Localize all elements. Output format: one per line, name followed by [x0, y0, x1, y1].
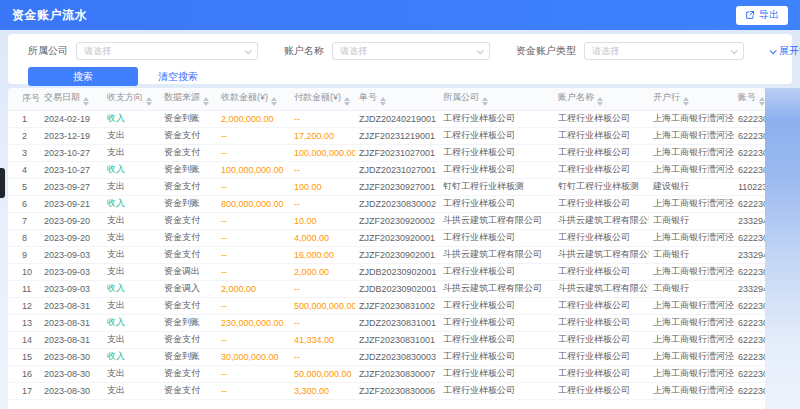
cell-seq: 1	[8, 110, 40, 127]
cell-account-no: 622230111	[734, 263, 765, 280]
table-row: 152023-08-30收入资金到账30,000,000.00--ZJDZ202…	[8, 348, 765, 365]
column-header-label: 开户行	[653, 92, 680, 102]
column-header[interactable]: 开户行	[649, 88, 734, 110]
account-type-filter-label: 资金账户类型	[516, 44, 576, 58]
cell-date: 2023-09-20	[40, 212, 103, 229]
cell-seq: 7	[8, 212, 40, 229]
cell-bank: 上海工商银行漕河泾支行	[649, 263, 734, 280]
sort-icon	[146, 97, 152, 106]
cell-income-amount: 100,000,000.00	[217, 161, 290, 178]
cell-account-name: 工程行业样板公司	[554, 229, 649, 246]
table-row: 92023-09-03支出资金支付--16,000.00ZJZF20230902…	[8, 246, 765, 263]
cell-order-no: ZJZF20231027001	[355, 144, 439, 161]
column-header[interactable]: 交易日期	[40, 88, 103, 110]
cell-seq: 16	[8, 365, 40, 382]
column-header[interactable]: 单号	[355, 88, 439, 110]
cell-company: 工程行业样板公司	[439, 382, 554, 399]
cell-company: 工程行业样板公司	[439, 195, 554, 212]
cell-date: 2023-09-27	[40, 178, 103, 195]
table-row: 132023-08-31收入资金到账230,000,000.00--ZJDZ20…	[8, 314, 765, 331]
column-header[interactable]: 账号	[734, 88, 765, 110]
cell-payment-amount: 100.00	[290, 178, 355, 195]
table-row: 32023-10-27支出资金支付--100,000,000.00ZJZF202…	[8, 144, 765, 161]
table-row: 162023-08-30支出资金支付--50,000,000.00ZJZF202…	[8, 365, 765, 382]
cell-company: 工程行业样板公司	[439, 297, 554, 314]
column-header[interactable]: 付款金额(¥)	[290, 88, 355, 110]
cell-payment-amount: 17,200.00	[290, 127, 355, 144]
background-gradient-strip	[765, 88, 800, 409]
filter-panel: 所属公司 请选择 账户名称 请选择 资金账户类型 请选择 展开筛选 搜索	[8, 34, 792, 84]
cell-date: 2023-08-31	[40, 331, 103, 348]
cell-direction: 收入	[103, 280, 160, 297]
cell-account-no: 622230111	[734, 314, 765, 331]
cell-order-no: ZJZF20230902001	[355, 246, 439, 263]
cell-seq: 5	[8, 178, 40, 195]
cell-income-amount: 800,000,000.00	[217, 195, 290, 212]
cell-account-name: 工程行业样板公司	[554, 297, 649, 314]
cell-income-amount: --	[217, 331, 290, 348]
cell-company: 工程行业样板公司	[439, 365, 554, 382]
cell-order-no: ZJDB20230902001	[355, 280, 439, 297]
column-header[interactable]: 收支方向	[103, 88, 160, 110]
cell-bank: 上海工商银行漕河泾支行	[649, 331, 734, 348]
cell-income-amount: --	[217, 297, 290, 314]
account-type-select[interactable]: 请选择	[584, 42, 744, 60]
cell-account-name: 工程行业样板公司	[554, 382, 649, 399]
cell-account-name: 斗拱云建筑工程有限公司	[554, 246, 649, 263]
column-header[interactable]: 收款金额(¥)	[217, 88, 290, 110]
cell-seq: 15	[8, 348, 40, 365]
table-header-row: 序号交易日期收支方向数据来源收款金额(¥)付款金额(¥)单号所属公司账户名称开户…	[8, 88, 765, 110]
cell-payment-amount: 16,000.00	[290, 246, 355, 263]
cell-direction: 收入	[103, 195, 160, 212]
column-header[interactable]: 数据来源	[160, 88, 217, 110]
cell-source: 资金支付	[160, 212, 217, 229]
cell-source: 资金调入	[160, 280, 217, 297]
clear-search-button[interactable]: 清空搜索	[158, 70, 198, 84]
sort-icon	[83, 97, 89, 106]
column-header[interactable]: 账户名称	[554, 88, 649, 110]
cell-company: 工程行业样板公司	[439, 348, 554, 365]
cell-company: 斗拱云建筑工程有限公司	[439, 280, 554, 297]
cell-direction: 收入	[103, 110, 160, 127]
chevron-down-icon	[731, 47, 738, 54]
cell-order-no: ZJZF20230920001	[355, 229, 439, 246]
cell-account-name: 工程行业样板公司	[554, 127, 649, 144]
column-header-label: 收支方向	[107, 92, 143, 102]
sort-icon	[597, 97, 603, 106]
cell-date: 2023-09-03	[40, 246, 103, 263]
cell-company: 工程行业样板公司	[439, 229, 554, 246]
cell-seq: 3	[8, 144, 40, 161]
cell-bank: 上海工商银行漕河泾支行	[649, 365, 734, 382]
column-header[interactable]: 所属公司	[439, 88, 554, 110]
sort-icon	[344, 97, 350, 106]
column-header-label: 序号	[22, 93, 40, 103]
sort-icon	[683, 97, 689, 106]
cell-account-name: 工程行业样板公司	[554, 161, 649, 178]
expand-filters-link[interactable]: 展开筛选	[770, 44, 800, 58]
filter-row: 所属公司 请选择 账户名称 请选择 资金账户类型 请选择 展开筛选	[28, 41, 776, 61]
company-select[interactable]: 请选择	[76, 42, 258, 60]
cell-date: 2023-10-27	[40, 161, 103, 178]
account-name-select[interactable]: 请选择	[332, 42, 490, 60]
cell-company: 工程行业样板公司	[439, 127, 554, 144]
expand-filters-label: 展开筛选	[779, 44, 800, 58]
cell-company: 工程行业样板公司	[439, 314, 554, 331]
cell-account-no: 622230111	[734, 348, 765, 365]
cell-date: 2023-10-27	[40, 144, 103, 161]
cell-account-no: 23329499	[734, 280, 765, 297]
export-button[interactable]: 导出	[736, 6, 788, 25]
cell-seq: 9	[8, 246, 40, 263]
cell-direction: 支出	[103, 178, 160, 195]
table-row: 82023-09-20支出资金支付--4,000.00ZJZF202309200…	[8, 229, 765, 246]
account-type-select-placeholder: 请选择	[592, 45, 619, 58]
cell-account-no: 622230111	[734, 331, 765, 348]
cell-order-no: ZJDZ20230830002	[355, 195, 439, 212]
search-button[interactable]: 搜索	[28, 67, 138, 86]
cell-company: 斗拱云建筑工程有限公司	[439, 212, 554, 229]
cell-income-amount: --	[217, 229, 290, 246]
cell-order-no: ZJZF20230830007	[355, 365, 439, 382]
cell-date: 2023-08-31	[40, 314, 103, 331]
cell-account-name: 工程行业样板公司	[554, 331, 649, 348]
cell-order-no: ZJDZ20230831001	[355, 314, 439, 331]
cell-date: 2023-09-03	[40, 263, 103, 280]
